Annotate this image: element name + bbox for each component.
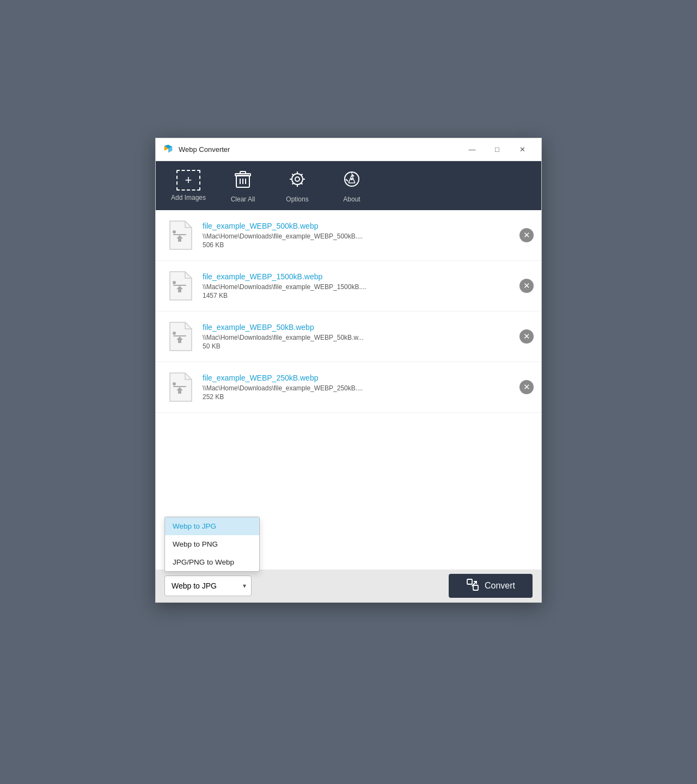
file-info: file_example_WEBP_500kB.webp \\Mac\Home\… — [203, 222, 530, 249]
file-info: file_example_WEBP_1500kB.webp \\Mac\Home… — [203, 272, 530, 299]
file-name: file_example_WEBP_1500kB.webp — [203, 272, 530, 281]
svg-rect-5 — [240, 171, 246, 174]
svg-point-10 — [295, 177, 299, 181]
window-title: Webp Converter — [179, 145, 460, 154]
svg-point-30 — [173, 281, 176, 284]
svg-rect-33 — [173, 386, 186, 387]
file-name: file_example_WEBP_250kB.webp — [203, 373, 530, 382]
about-icon — [341, 169, 362, 192]
file-path: \\Mac\Home\Downloads\file_example_WEBP_1… — [203, 283, 530, 291]
file-icon — [167, 271, 193, 301]
toolbar-options-label: Options — [286, 195, 308, 203]
svg-rect-29 — [173, 285, 186, 286]
options-icon — [287, 169, 308, 192]
convert-label: Convert — [485, 581, 515, 591]
file-name: file_example_WEBP_50kB.webp — [203, 323, 530, 332]
svg-point-32 — [173, 332, 176, 335]
toolbar-clear-all[interactable]: Clear All — [216, 164, 270, 207]
svg-line-18 — [292, 182, 294, 184]
window-controls: — □ ✕ — [460, 141, 535, 158]
file-item: file_example_WEBP_50kB.webp \\Mac\Home\D… — [156, 311, 541, 362]
svg-point-34 — [173, 382, 176, 385]
svg-rect-27 — [173, 234, 186, 235]
dropdown-option[interactable]: Webp to PNG — [165, 535, 259, 553]
file-path: \\Mac\Home\Downloads\file_example_WEBP_5… — [203, 232, 530, 240]
add-images-icon: + — [176, 170, 200, 191]
toolbar-about-label: About — [343, 195, 360, 203]
file-name: file_example_WEBP_500kB.webp — [203, 222, 530, 230]
format-select[interactable]: Webp to JPGWebp to PNGJPG/PNG to Webp — [164, 575, 252, 596]
main-window: Webp Converter — □ ✕ + Add Images — [155, 138, 542, 603]
convert-button[interactable]: Convert — [449, 574, 533, 598]
close-button[interactable]: ✕ — [510, 141, 535, 158]
convert-icon — [466, 578, 479, 594]
file-icon — [167, 321, 193, 352]
svg-line-21 — [346, 179, 348, 181]
toolbar-about[interactable]: About — [325, 164, 379, 207]
dropdown-option[interactable]: Webp to JPG — [165, 517, 259, 535]
toolbar-add-images[interactable]: + Add Images — [161, 164, 216, 207]
remove-file-button[interactable]: ✕ — [519, 279, 534, 293]
file-item: file_example_WEBP_250kB.webp \\Mac\Home\… — [156, 362, 541, 413]
file-item: file_example_WEBP_500kB.webp \\Mac\Home\… — [156, 210, 541, 261]
format-select-wrapper: Webp to JPGWebp to PNGJPG/PNG to Webp ▾ — [164, 575, 252, 596]
app-logo — [162, 144, 174, 156]
svg-line-17 — [301, 174, 303, 175]
remove-file-button[interactable]: ✕ — [519, 228, 534, 242]
file-info: file_example_WEBP_250kB.webp \\Mac\Home\… — [203, 373, 530, 401]
remove-file-button[interactable]: ✕ — [519, 329, 534, 344]
file-size: 506 KB — [203, 241, 530, 249]
file-path: \\Mac\Home\Downloads\file_example_WEBP_5… — [203, 334, 530, 341]
svg-line-16 — [301, 182, 303, 184]
file-path: \\Mac\Home\Downloads\file_example_WEBP_2… — [203, 384, 530, 392]
clear-all-icon — [233, 169, 253, 192]
file-size: 252 KB — [203, 393, 530, 401]
file-item: file_example_WEBP_1500kB.webp \\Mac\Home… — [156, 261, 541, 311]
remove-file-button[interactable]: ✕ — [519, 380, 534, 394]
bottom-bar: Webp to JPGWebp to PNGJPG/PNG to Webp ▾ … — [156, 569, 541, 602]
maximize-button[interactable]: □ — [485, 141, 510, 158]
svg-point-28 — [173, 230, 176, 234]
file-size: 1457 KB — [203, 292, 530, 299]
svg-point-22 — [351, 178, 353, 180]
svg-line-15 — [292, 174, 294, 175]
toolbar-options[interactable]: Options — [270, 164, 325, 207]
dropdown-option[interactable]: JPG/PNG to Webp — [165, 553, 259, 571]
title-bar: Webp Converter — □ ✕ — [156, 138, 541, 161]
file-icon — [167, 372, 193, 402]
svg-rect-35 — [467, 579, 472, 584]
toolbar-add-images-label: Add Images — [171, 194, 206, 201]
toolbar: + Add Images Clear All — [156, 161, 541, 210]
svg-rect-31 — [173, 335, 186, 336]
minimize-button[interactable]: — — [460, 141, 485, 158]
file-list: file_example_WEBP_500kB.webp \\Mac\Home\… — [156, 210, 541, 569]
svg-rect-36 — [473, 585, 478, 590]
toolbar-clear-all-label: Clear All — [231, 195, 255, 203]
format-dropdown-popup: Webp to JPGWebp to PNGJPG/PNG to Webp — [164, 517, 260, 572]
file-size: 50 KB — [203, 342, 530, 350]
file-icon — [167, 220, 193, 250]
file-info: file_example_WEBP_50kB.webp \\Mac\Home\D… — [203, 323, 530, 350]
